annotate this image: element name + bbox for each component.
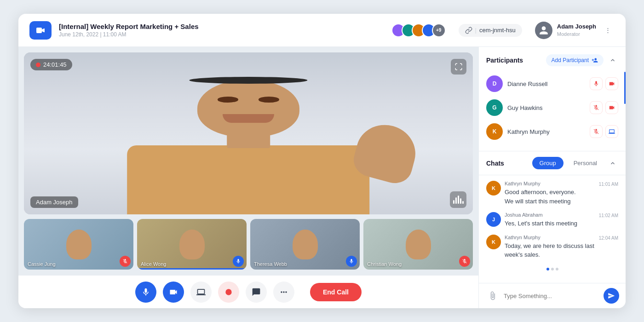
headset xyxy=(189,77,308,84)
collapse-chats-button[interactable] xyxy=(607,158,618,169)
paperclip-icon xyxy=(488,291,497,300)
header: [Internal] Weekly Report Marketing + Sal… xyxy=(18,14,626,47)
participant-name: Guy Hawkins xyxy=(507,104,585,111)
dot xyxy=(546,268,549,270)
dot xyxy=(551,268,554,270)
thumb-mic-button[interactable] xyxy=(459,256,470,267)
end-call-button[interactable]: End Call xyxy=(310,283,362,301)
avatar-overflow-count: +9 xyxy=(432,23,446,37)
video-icon xyxy=(609,80,615,87)
screen-share-button[interactable] xyxy=(190,282,212,303)
user-info: Adam Joseph Moderator xyxy=(557,23,596,37)
mic-toggle-button[interactable] xyxy=(135,282,156,303)
mic-icon xyxy=(593,80,599,87)
audio-bars xyxy=(453,196,464,204)
dot xyxy=(556,268,558,270)
mic-icon xyxy=(349,259,354,264)
participant-avatars: +9 xyxy=(391,23,446,37)
thumb-person-head xyxy=(66,230,92,259)
message-time: 12:04 AM xyxy=(599,235,618,241)
send-message-button[interactable] xyxy=(604,288,619,304)
record-button[interactable] xyxy=(218,282,239,303)
audio-bar xyxy=(455,197,457,204)
participants-section: Participants Add Participant xyxy=(479,47,626,151)
chats-header-right: Group Personal xyxy=(532,157,618,169)
video-toggle-button[interactable] xyxy=(163,282,184,303)
chat-icon xyxy=(252,288,261,297)
participant-mic-button[interactable] xyxy=(590,77,603,90)
chevron-up-icon xyxy=(609,160,616,167)
thumb-mic-button[interactable] xyxy=(346,256,357,267)
chat-tab-personal[interactable]: Personal xyxy=(566,157,604,169)
participant-controls xyxy=(590,125,618,138)
participant-item: K Kathryn Murphy xyxy=(486,120,618,144)
eye-right xyxy=(259,97,279,103)
participant-video-button[interactable] xyxy=(605,77,618,90)
mic-icon xyxy=(236,259,241,264)
more-horiz-icon xyxy=(279,288,288,297)
active-indicator xyxy=(137,268,247,270)
chat-messages: K Kathryn Murphy Good afternoon, everyon… xyxy=(479,175,626,283)
avatar-stack: +9 xyxy=(391,23,446,37)
participant-mic-button[interactable] xyxy=(590,101,603,114)
participant-item: G Guy Hawkins xyxy=(486,96,618,120)
speaker-name-tag: Adam Joseph xyxy=(30,196,78,208)
main-content: 24:01:45 xyxy=(18,47,626,308)
chat-tab-group: Group Personal xyxy=(532,157,604,169)
chat-input-field[interactable] xyxy=(504,293,600,299)
participant-screen-button[interactable] xyxy=(605,125,618,138)
recording-badge: 24:01:45 xyxy=(30,59,72,70)
thumbnail-alice-wong[interactable]: Alice Wong xyxy=(137,219,247,270)
thumbnail-christian-wong[interactable]: Christian Wong xyxy=(363,219,473,270)
thumb-person-head xyxy=(293,230,318,259)
participant-avatar: D xyxy=(486,75,503,92)
divider-line: | xyxy=(475,27,477,34)
fullscreen-button[interactable] xyxy=(451,59,466,75)
participant-name: Kathryn Murphy xyxy=(507,128,585,135)
message-time: 11:02 AM xyxy=(599,212,618,218)
participant-controls xyxy=(590,77,618,90)
mic-off-icon xyxy=(593,104,599,111)
sidebar: Participants Add Participant xyxy=(478,47,626,308)
recording-time: 24:01:45 xyxy=(43,61,67,68)
participants-title: Participants xyxy=(486,57,523,64)
participant-video-button[interactable] xyxy=(605,101,618,114)
more-options-button[interactable] xyxy=(273,282,294,303)
eye-left xyxy=(218,97,238,103)
svg-point-0 xyxy=(225,289,231,295)
add-person-icon xyxy=(592,57,598,63)
thumb-mic-button[interactable] xyxy=(120,256,131,267)
chats-header: Chats Group Personal xyxy=(479,151,626,175)
chat-tab-group[interactable]: Group xyxy=(532,157,564,169)
collapse-participants-button[interactable] xyxy=(607,55,618,66)
person-figure xyxy=(114,77,383,214)
record-icon xyxy=(224,288,233,297)
audio-indicator xyxy=(450,191,466,208)
chat-input-area xyxy=(479,283,626,308)
thumbnail-strip: Cassie Jung Alice Wong xyxy=(24,219,473,270)
participant-item: D Dianne Russell xyxy=(486,72,618,96)
participant-avatar: K xyxy=(486,123,503,140)
screen-share-icon xyxy=(609,128,615,135)
app-logo xyxy=(29,21,52,40)
audio-bar xyxy=(460,198,461,204)
chat-button[interactable] xyxy=(246,282,267,303)
message-text: Today, we are here to discuss last week'… xyxy=(505,242,595,259)
thumb-mic-button[interactable] xyxy=(233,256,244,267)
mic-off-icon xyxy=(122,259,128,264)
user-more-button[interactable]: ⋮ xyxy=(601,23,615,37)
scroll-indicator xyxy=(624,72,626,104)
meeting-link-badge[interactable]: | cem-jnmt-hsu xyxy=(459,24,522,37)
attach-button[interactable] xyxy=(485,288,500,303)
thumbnail-theresa-webb[interactable]: Theresa Webb xyxy=(250,219,360,270)
video-camera-icon xyxy=(35,25,46,36)
more-icon: ⋮ xyxy=(605,27,611,34)
thumb-person-head xyxy=(406,230,431,259)
thumbnail-cassie-jung[interactable]: Cassie Jung xyxy=(24,219,133,270)
add-participant-button[interactable]: Add Participant xyxy=(546,54,604,66)
meeting-info: [Internal] Weekly Report Marketing + Sal… xyxy=(59,23,384,38)
person-head xyxy=(197,80,300,138)
controls-bar: End Call xyxy=(18,275,478,308)
message-content: Kathryn Murphy Good afternoon, everyone.… xyxy=(505,181,595,206)
participant-mic-button[interactable] xyxy=(590,125,603,138)
